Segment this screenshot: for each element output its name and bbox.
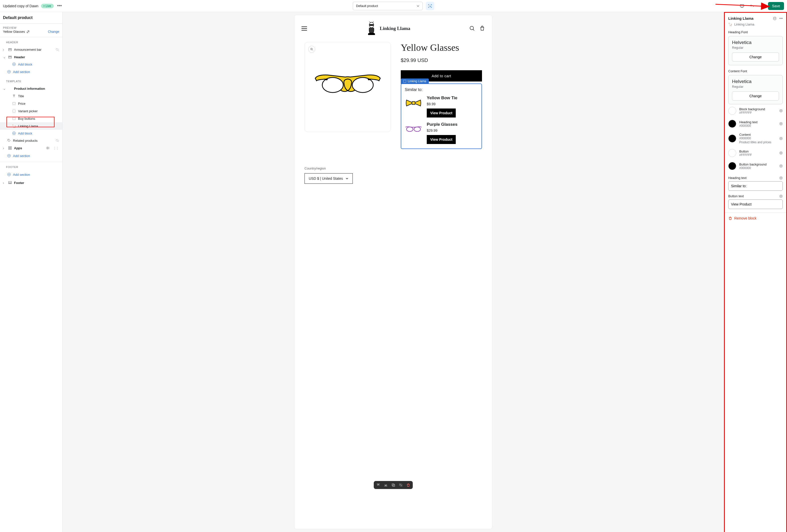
delete-icon[interactable] bbox=[406, 483, 410, 487]
add-section-header[interactable]: Add section bbox=[0, 68, 62, 76]
section-icon bbox=[8, 48, 12, 51]
color-swatch[interactable] bbox=[728, 134, 736, 143]
move-up-icon[interactable] bbox=[376, 483, 380, 487]
tree-header[interactable]: ⌄ Header bbox=[0, 53, 62, 61]
zoom-icon[interactable] bbox=[308, 46, 315, 53]
duplicate-icon[interactable] bbox=[391, 483, 395, 487]
store-logo[interactable]: Linking Llama bbox=[366, 21, 410, 36]
related-thumb[interactable] bbox=[405, 122, 422, 137]
button-text-input[interactable] bbox=[728, 199, 783, 209]
database-icon[interactable] bbox=[779, 164, 783, 168]
color-name: Heading text bbox=[739, 120, 776, 124]
database-icon[interactable] bbox=[779, 176, 783, 180]
svg-rect-0 bbox=[740, 4, 744, 7]
related-thumb[interactable] bbox=[405, 95, 422, 110]
undo-icon[interactable] bbox=[748, 2, 756, 10]
save-button[interactable]: Save bbox=[768, 2, 784, 10]
more-icon[interactable]: ••• bbox=[56, 2, 63, 9]
external-link-icon[interactable] bbox=[26, 30, 29, 33]
change-preview-link[interactable]: Change bbox=[48, 30, 59, 34]
hidden-icon[interactable] bbox=[55, 47, 59, 51]
region-label: Country/region bbox=[304, 167, 482, 170]
heading-text-input[interactable] bbox=[728, 181, 783, 191]
heading-font-card: Helvetica Regular Change bbox=[728, 36, 783, 65]
color-name: Button background bbox=[739, 163, 776, 166]
remove-block-button[interactable]: Remove block bbox=[725, 213, 786, 224]
database-icon[interactable] bbox=[779, 122, 783, 126]
tree-label: Header bbox=[14, 55, 59, 59]
preview-label: PREVIEW bbox=[3, 26, 59, 29]
svg-point-33 bbox=[406, 127, 413, 131]
change-heading-font-button[interactable]: Change bbox=[732, 52, 779, 62]
view-product-button[interactable]: View Product bbox=[427, 135, 456, 144]
tree-variant-picker[interactable]: Variant picker bbox=[0, 107, 62, 115]
font-variant: Regular bbox=[732, 46, 779, 49]
linking-llama-block[interactable]: Linking Llama Similar to: Ye bbox=[401, 84, 482, 149]
add-block-template[interactable]: Add block bbox=[0, 130, 62, 137]
change-content-font-button[interactable]: Change bbox=[732, 91, 779, 101]
color-row[interactable]: Heading text #000000 bbox=[728, 117, 783, 130]
color-row[interactable]: Button background #000000 bbox=[728, 159, 783, 172]
cart-icon[interactable] bbox=[480, 26, 485, 31]
svg-point-18 bbox=[47, 148, 48, 149]
tree-announcement-bar[interactable]: › Announcement bar bbox=[0, 46, 62, 53]
svg-point-40 bbox=[780, 137, 782, 138]
add-block-header[interactable]: Add block bbox=[0, 61, 62, 68]
database-icon[interactable] bbox=[779, 194, 783, 198]
svg-point-44 bbox=[780, 195, 782, 196]
related-item: Purple Glasses $29.99 View Product bbox=[405, 122, 478, 144]
database-icon[interactable] bbox=[779, 109, 783, 112]
svg-rect-21 bbox=[8, 182, 12, 183]
color-swatch[interactable] bbox=[728, 107, 736, 115]
chevron-down-icon: ⌄ bbox=[3, 87, 6, 90]
svg-rect-14 bbox=[8, 147, 10, 148]
svg-rect-31 bbox=[404, 80, 406, 83]
add-section-footer[interactable]: Add section bbox=[0, 170, 62, 179]
hidden-icon[interactable] bbox=[55, 139, 59, 143]
more-icon[interactable]: ••• bbox=[779, 17, 783, 21]
tree-related-products[interactable]: Related products bbox=[0, 137, 62, 144]
color-row[interactable]: Button #FFFFFF bbox=[728, 147, 783, 159]
color-swatch[interactable] bbox=[728, 162, 736, 170]
product-image[interactable] bbox=[304, 42, 391, 132]
drag-handle-icon[interactable]: ⋮⋮ bbox=[53, 146, 59, 150]
color-hex: #FFFFFF bbox=[739, 153, 776, 157]
color-swatch[interactable] bbox=[728, 149, 736, 157]
redo-icon[interactable] bbox=[758, 2, 766, 10]
template-select[interactable]: Default product bbox=[353, 2, 423, 10]
block-toolbar bbox=[374, 481, 413, 489]
color-row[interactable]: Block background #FFFFFF bbox=[728, 104, 783, 117]
database-icon[interactable] bbox=[773, 17, 777, 21]
svg-point-30 bbox=[368, 79, 370, 80]
add-section-template[interactable]: Add section bbox=[0, 152, 62, 160]
plus-circle-icon bbox=[7, 172, 11, 176]
section-icon bbox=[8, 55, 12, 59]
tree-footer[interactable]: › Footer bbox=[0, 179, 62, 187]
move-down-icon[interactable] bbox=[384, 483, 388, 487]
svg-rect-35 bbox=[392, 484, 394, 486]
database-icon[interactable] bbox=[779, 137, 783, 140]
hide-icon[interactable] bbox=[399, 483, 403, 487]
view-product-button[interactable]: View Product bbox=[427, 108, 456, 118]
tree-buy-buttons[interactable]: Buy buttons bbox=[0, 115, 62, 122]
eye-icon[interactable] bbox=[46, 146, 50, 150]
tree-apps[interactable]: › Apps ⋮⋮ bbox=[0, 144, 62, 152]
tree-linking-llama[interactable]: 🦙 Linking Llama bbox=[0, 122, 62, 130]
svg-point-38 bbox=[780, 109, 782, 110]
inspector-button[interactable] bbox=[426, 2, 434, 10]
product-title: Yellow Glasses bbox=[401, 42, 482, 53]
color-row[interactable]: Content #000000 Product titles and price… bbox=[728, 130, 783, 147]
device-icon[interactable] bbox=[738, 2, 746, 10]
font-variant: Regular bbox=[732, 85, 779, 88]
search-icon[interactable] bbox=[469, 26, 475, 31]
color-swatch[interactable] bbox=[728, 120, 736, 128]
hamburger-icon[interactable] bbox=[301, 26, 307, 30]
tree-title[interactable]: Title bbox=[0, 92, 62, 100]
database-icon[interactable] bbox=[779, 151, 783, 155]
llama-logo-icon bbox=[366, 21, 377, 36]
region-select[interactable]: USD $ | United States bbox=[304, 173, 353, 184]
tree-price[interactable]: Price bbox=[0, 100, 62, 107]
tree-product-information[interactable]: ⌄ Product information bbox=[0, 85, 62, 92]
related-title: Purple Glasses bbox=[427, 122, 458, 127]
svg-rect-22 bbox=[8, 183, 12, 184]
